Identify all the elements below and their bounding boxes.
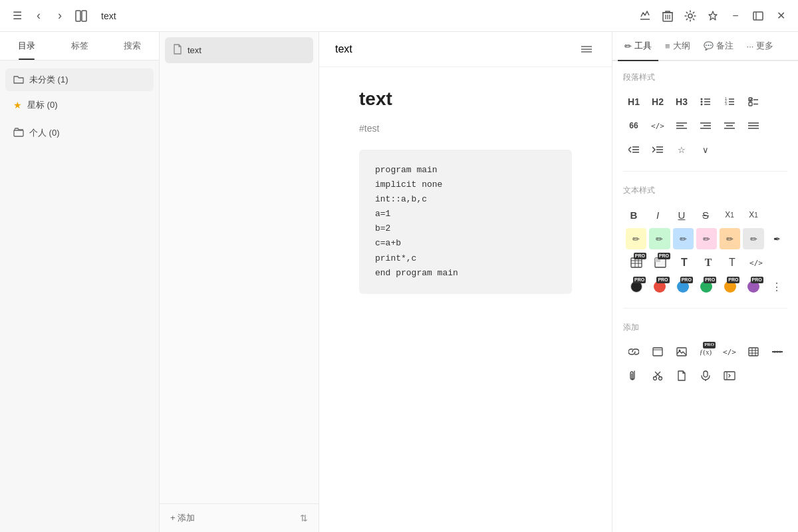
palette-orange[interactable]: PRO (720, 276, 740, 297)
svg-rect-28 (749, 102, 752, 106)
svg-rect-1 (82, 11, 86, 21)
h2-button[interactable]: H2 (647, 91, 668, 112)
palette-purple[interactable]: PRO (743, 276, 763, 297)
editor-body[interactable]: text #test program main implicit none in… (319, 67, 612, 532)
close-icon[interactable]: ✕ (774, 9, 787, 23)
svg-rect-59 (749, 348, 758, 356)
blockquote-button[interactable]: 66 (623, 115, 644, 136)
tab-outline[interactable]: ≡ 大纲 (658, 32, 697, 60)
palette-green[interactable]: PRO (696, 276, 717, 297)
palette-more[interactable]: ⋮ (767, 276, 787, 297)
star-button[interactable]: ☆ (671, 139, 692, 160)
text-section: 文本样式 B I U S X1 X1 ✏ ✏ ✏ ✏ ✏ ✏ ✒ (612, 174, 798, 305)
align-justify-button[interactable] (743, 115, 764, 136)
paragraph-section: 段落样式 H1 H2 H3 1.2.3. 66 </> (612, 61, 798, 168)
tab-directory[interactable]: 目录 (0, 32, 53, 60)
pin-icon[interactable] (706, 9, 720, 23)
settings-icon[interactable] (684, 9, 697, 23)
palette-red[interactable]: PRO (649, 276, 670, 297)
add-image-button[interactable] (671, 341, 692, 362)
highlight-pink[interactable]: ✏ (696, 228, 717, 249)
subscript-button[interactable]: X1 (719, 204, 740, 225)
highlight-yellow[interactable]: ✏ (626, 228, 646, 249)
align-center-button[interactable] (719, 115, 740, 136)
underline-button[interactable]: U (671, 204, 692, 225)
svg-rect-8 (753, 12, 763, 20)
sidebar-item-uncategorized[interactable]: 未分类 (1) (5, 68, 154, 91)
star-icon: ★ (13, 100, 22, 110)
maximize-icon[interactable] (751, 9, 765, 23)
topbar-right: − ✕ (638, 9, 787, 23)
pro-badge: PRO (727, 277, 739, 283)
topbar-doc-title: text (101, 11, 116, 21)
add-divider-button[interactable] (767, 341, 788, 362)
font-serif-button[interactable]: T (674, 252, 695, 273)
tab-more[interactable]: ··· 更多 (740, 32, 781, 60)
highlight-orange[interactable]: ✏ (720, 228, 740, 249)
unordered-list-button[interactable] (695, 91, 716, 112)
inline-code-button[interactable]: </> (745, 252, 767, 273)
file-item[interactable]: text (165, 37, 313, 63)
align-right-button[interactable] (695, 115, 716, 136)
add-cut-button[interactable] (647, 365, 668, 386)
font-table-button[interactable]: PRO (626, 252, 647, 273)
checklist-button[interactable] (743, 91, 764, 112)
h1-button[interactable]: H1 (623, 91, 644, 112)
delete-icon[interactable] (661, 9, 674, 23)
tab-notes[interactable]: 💬 备注 (697, 32, 740, 60)
sidebar-item-starred[interactable]: ★ 星标 (0) (5, 94, 154, 116)
strikethrough-button[interactable]: S (695, 204, 716, 225)
add-code-button[interactable]: </> (719, 341, 740, 362)
svg-point-18 (701, 104, 703, 106)
folder-open-icon (13, 128, 24, 139)
editor-menu-icon[interactable] (577, 40, 596, 59)
font-bold-button[interactable]: T (698, 252, 719, 273)
bold-button[interactable]: B (623, 204, 644, 225)
italic-button[interactable]: I (647, 204, 668, 225)
align-left-button[interactable] (671, 115, 692, 136)
sidebar-tabs: 目录 标签 搜索 (0, 32, 159, 61)
tab-tools[interactable]: ✏ 工具 (618, 32, 658, 60)
add-file-button[interactable] (671, 365, 692, 386)
right-toolbar: ✏ 工具 ≡ 大纲 💬 备注 ··· 更多 段落样式 H1 H2 H3 (612, 32, 798, 532)
tab-tags[interactable]: 标签 (53, 32, 106, 60)
highlight-blue[interactable]: ✏ (673, 228, 694, 249)
ordered-list-button[interactable]: 1.2.3. (719, 91, 740, 112)
collapse-button[interactable]: ∨ (695, 139, 716, 160)
pro-badge: PRO (751, 277, 763, 283)
indent-button[interactable] (647, 139, 668, 160)
outdent-button[interactable] (623, 139, 644, 160)
pro-badge: PRO (634, 253, 646, 259)
tab-search[interactable]: 搜索 (106, 32, 159, 60)
h3-button[interactable]: H3 (671, 91, 692, 112)
svg-rect-48 (631, 258, 642, 267)
highlight-gray[interactable]: ✏ (743, 228, 763, 249)
highlight-green[interactable]: ✏ (649, 228, 670, 249)
add-iframe-button[interactable] (719, 365, 740, 386)
menu-icon[interactable]: ☰ (11, 9, 24, 23)
layout-icon[interactable] (74, 9, 88, 23)
svg-rect-0 (76, 11, 80, 21)
superscript-button[interactable]: X1 (743, 204, 764, 225)
code-inline-button[interactable]: </> (647, 115, 668, 136)
sort-button[interactable]: ⇅ (300, 513, 308, 523)
paragraph-section-title: 段落样式 (623, 72, 787, 83)
add-embed-button[interactable] (647, 341, 668, 362)
palette-black[interactable]: PRO (626, 276, 646, 297)
font-light-button[interactable]: T (722, 252, 743, 273)
add-audio-button[interactable] (695, 365, 716, 386)
font-table2-button[interactable]: PRO (650, 252, 671, 273)
add-attachment-button[interactable] (623, 365, 644, 386)
add-formula-button[interactable]: ƒ(x) PRO (695, 341, 716, 362)
back-icon[interactable]: ‹ (32, 9, 45, 23)
add-table-button[interactable] (743, 341, 764, 362)
palette-blue[interactable]: PRO (673, 276, 694, 297)
minimize-icon[interactable]: − (729, 9, 742, 23)
svg-point-68 (654, 377, 657, 380)
add-link-button[interactable] (623, 341, 644, 362)
forward-icon[interactable]: › (53, 9, 66, 23)
crown-icon[interactable] (638, 9, 652, 23)
sidebar-item-personal[interactable]: 个人 (0) (5, 122, 154, 144)
add-file-button[interactable]: + 添加 (170, 512, 195, 524)
highlight-dark[interactable]: ✒ (767, 228, 787, 249)
